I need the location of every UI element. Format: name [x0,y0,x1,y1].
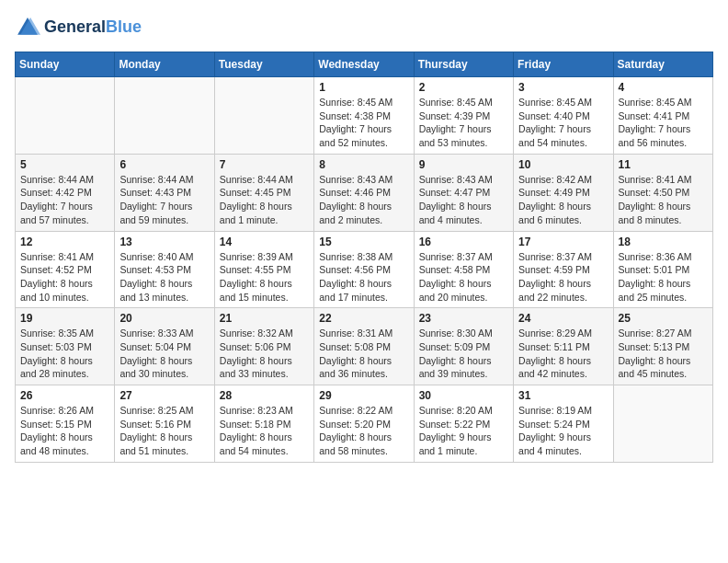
calendar-week-1: 1Sunrise: 8:45 AM Sunset: 4:38 PM Daylig… [16,77,713,155]
calendar-cell [16,77,115,155]
day-info: Sunrise: 8:45 AM Sunset: 4:41 PM Dayligh… [619,96,708,150]
day-number: 12 [20,236,109,248]
day-info: Sunrise: 8:44 AM Sunset: 4:42 PM Dayligh… [20,173,109,227]
calendar-cell: 7Sunrise: 8:44 AM Sunset: 4:45 PM Daylig… [214,154,313,231]
calendar-cell: 9Sunrise: 8:43 AM Sunset: 4:47 PM Daylig… [414,154,513,231]
day-number: 28 [220,389,309,402]
day-number: 18 [619,236,708,248]
day-header-wednesday: Wednesday [314,52,414,77]
calendar-cell: 12Sunrise: 8:41 AM Sunset: 4:52 PM Dayli… [16,231,115,308]
day-info: Sunrise: 8:41 AM Sunset: 4:52 PM Dayligh… [20,250,109,304]
day-number: 7 [220,158,309,171]
day-info: Sunrise: 8:45 AM Sunset: 4:39 PM Dayligh… [419,96,508,150]
day-info: Sunrise: 8:45 AM Sunset: 4:38 PM Dayligh… [319,96,408,150]
day-number: 3 [518,81,608,94]
logo-text: GeneralBlue [44,18,142,37]
day-info: Sunrise: 8:35 AM Sunset: 5:03 PM Dayligh… [20,327,109,381]
day-info: Sunrise: 8:20 AM Sunset: 5:22 PM Dayligh… [419,404,508,458]
logo: GeneralBlue [15,15,142,40]
day-number: 29 [319,389,408,402]
calendar-cell: 2Sunrise: 8:45 AM Sunset: 4:39 PM Daylig… [414,77,513,155]
calendar-cell: 28Sunrise: 8:23 AM Sunset: 5:18 PM Dayli… [214,385,313,463]
day-number: 30 [419,389,508,402]
calendar-cell [115,77,214,155]
calendar-cell: 13Sunrise: 8:40 AM Sunset: 4:53 PM Dayli… [115,231,214,308]
day-header-saturday: Saturday [613,52,712,77]
day-info: Sunrise: 8:36 AM Sunset: 5:01 PM Dayligh… [619,250,708,304]
day-number: 16 [419,236,508,248]
day-number: 15 [319,236,408,248]
day-info: Sunrise: 8:43 AM Sunset: 4:46 PM Dayligh… [319,173,408,227]
day-header-thursday: Thursday [414,52,513,77]
day-info: Sunrise: 8:38 AM Sunset: 4:56 PM Dayligh… [319,250,408,304]
calendar-cell: 31Sunrise: 8:19 AM Sunset: 5:24 PM Dayli… [514,385,613,463]
calendar-cell: 22Sunrise: 8:31 AM Sunset: 5:08 PM Dayli… [314,308,414,385]
calendar-cell: 25Sunrise: 8:27 AM Sunset: 5:13 PM Dayli… [613,308,712,385]
calendar-cell: 26Sunrise: 8:26 AM Sunset: 5:15 PM Dayli… [16,385,115,463]
day-info: Sunrise: 8:19 AM Sunset: 5:24 PM Dayligh… [518,404,608,458]
day-number: 4 [619,81,708,94]
calendar-cell: 30Sunrise: 8:20 AM Sunset: 5:22 PM Dayli… [414,385,513,463]
day-number: 25 [619,312,708,325]
calendar-week-3: 12Sunrise: 8:41 AM Sunset: 4:52 PM Dayli… [16,231,713,308]
day-header-friday: Friday [514,52,613,77]
day-header-sunday: Sunday [16,52,115,77]
calendar-cell [613,385,712,463]
day-number: 8 [319,158,408,171]
calendar-cell: 19Sunrise: 8:35 AM Sunset: 5:03 PM Dayli… [16,308,115,385]
calendar-cell: 14Sunrise: 8:39 AM Sunset: 4:55 PM Dayli… [214,231,313,308]
day-header-tuesday: Tuesday [214,52,313,77]
calendar-table: SundayMondayTuesdayWednesdayThursdayFrid… [15,52,713,463]
calendar-cell: 20Sunrise: 8:33 AM Sunset: 5:04 PM Dayli… [115,308,214,385]
calendar-cell [214,77,313,155]
calendar-cell: 6Sunrise: 8:44 AM Sunset: 4:43 PM Daylig… [115,154,214,231]
day-number: 20 [119,312,209,325]
day-info: Sunrise: 8:40 AM Sunset: 4:53 PM Dayligh… [119,250,209,304]
day-number: 26 [20,389,109,402]
calendar-cell: 23Sunrise: 8:30 AM Sunset: 5:09 PM Dayli… [414,308,513,385]
calendar-cell: 18Sunrise: 8:36 AM Sunset: 5:01 PM Dayli… [613,231,712,308]
day-number: 21 [220,312,309,325]
day-number: 2 [419,81,508,94]
day-info: Sunrise: 8:22 AM Sunset: 5:20 PM Dayligh… [319,404,408,458]
calendar-cell: 3Sunrise: 8:45 AM Sunset: 4:40 PM Daylig… [514,77,613,155]
calendar-cell: 16Sunrise: 8:37 AM Sunset: 4:58 PM Dayli… [414,231,513,308]
day-info: Sunrise: 8:45 AM Sunset: 4:40 PM Dayligh… [518,96,608,150]
day-info: Sunrise: 8:44 AM Sunset: 4:45 PM Dayligh… [220,173,309,227]
calendar-cell: 27Sunrise: 8:25 AM Sunset: 5:16 PM Dayli… [115,385,214,463]
day-info: Sunrise: 8:29 AM Sunset: 5:11 PM Dayligh… [518,327,608,381]
day-info: Sunrise: 8:30 AM Sunset: 5:09 PM Dayligh… [419,327,508,381]
day-info: Sunrise: 8:26 AM Sunset: 5:15 PM Dayligh… [20,404,109,458]
day-info: Sunrise: 8:31 AM Sunset: 5:08 PM Dayligh… [319,327,408,381]
day-number: 22 [319,312,408,325]
calendar-cell: 21Sunrise: 8:32 AM Sunset: 5:06 PM Dayli… [214,308,313,385]
page-header: GeneralBlue [15,15,713,40]
calendar-header-row: SundayMondayTuesdayWednesdayThursdayFrid… [16,52,713,77]
calendar-cell: 1Sunrise: 8:45 AM Sunset: 4:38 PM Daylig… [314,77,414,155]
logo-icon [15,15,40,40]
day-info: Sunrise: 8:25 AM Sunset: 5:16 PM Dayligh… [119,404,209,458]
day-number: 9 [419,158,508,171]
day-number: 24 [518,312,608,325]
calendar-cell: 5Sunrise: 8:44 AM Sunset: 4:42 PM Daylig… [16,154,115,231]
day-number: 27 [119,389,209,402]
day-number: 17 [518,236,608,248]
calendar-week-2: 5Sunrise: 8:44 AM Sunset: 4:42 PM Daylig… [16,154,713,231]
day-info: Sunrise: 8:39 AM Sunset: 4:55 PM Dayligh… [220,250,309,304]
day-info: Sunrise: 8:37 AM Sunset: 4:58 PM Dayligh… [419,250,508,304]
calendar-cell: 24Sunrise: 8:29 AM Sunset: 5:11 PM Dayli… [514,308,613,385]
day-info: Sunrise: 8:44 AM Sunset: 4:43 PM Dayligh… [119,173,209,227]
day-info: Sunrise: 8:23 AM Sunset: 5:18 PM Dayligh… [220,404,309,458]
day-info: Sunrise: 8:37 AM Sunset: 4:59 PM Dayligh… [518,250,608,304]
day-info: Sunrise: 8:27 AM Sunset: 5:13 PM Dayligh… [619,327,708,381]
day-number: 14 [220,236,309,248]
day-number: 19 [20,312,109,325]
calendar-cell: 11Sunrise: 8:41 AM Sunset: 4:50 PM Dayli… [613,154,712,231]
day-number: 11 [619,158,708,171]
calendar-cell: 17Sunrise: 8:37 AM Sunset: 4:59 PM Dayli… [514,231,613,308]
day-number: 31 [518,389,608,402]
calendar-cell: 15Sunrise: 8:38 AM Sunset: 4:56 PM Dayli… [314,231,414,308]
calendar-week-4: 19Sunrise: 8:35 AM Sunset: 5:03 PM Dayli… [16,308,713,385]
day-number: 1 [319,81,408,94]
day-info: Sunrise: 8:32 AM Sunset: 5:06 PM Dayligh… [220,327,309,381]
